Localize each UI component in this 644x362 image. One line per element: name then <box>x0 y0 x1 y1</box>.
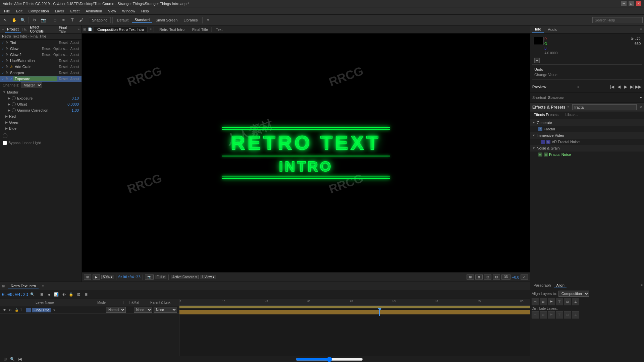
viewer-active-camera-btn[interactable]: Active Camera ▾ <box>171 275 199 279</box>
tl-goto-start-btn[interactable]: |◀ <box>17 356 23 362</box>
menu-view[interactable]: View <box>105 8 119 14</box>
tl-tab-retro[interactable]: Retro Text Intro <box>8 283 39 289</box>
minimize-button[interactable]: ─ <box>621 1 627 6</box>
dist-bottom-btn[interactable]: ⊥ <box>572 311 579 318</box>
viewer-transparency-btn[interactable]: ⊟ <box>493 275 500 280</box>
glow-options[interactable]: Options... <box>52 47 69 51</box>
glow-enabled[interactable]: ✓ <box>1 47 4 51</box>
viewer-views-btn[interactable]: 1 View ▾ <box>200 275 216 279</box>
layer-mode-select[interactable]: Normal <box>106 307 126 313</box>
timeline-comment-btn[interactable]: ⊟ <box>83 292 89 298</box>
align-right-btn[interactable]: ⊢ <box>548 298 555 305</box>
viewer-zoom-btn[interactable]: 50% ▾ <box>101 275 114 279</box>
timeline-search-btn[interactable]: 🔍 <box>30 292 36 298</box>
align-to-select[interactable]: Composition Selection <box>558 291 589 297</box>
blue-header[interactable]: ▶ Blue <box>0 125 82 131</box>
preview-back-btn[interactable]: ◀ <box>616 84 622 90</box>
menu-file[interactable]: File <box>1 8 13 14</box>
dist-center-h-btn[interactable]: ⊞ <box>540 311 547 318</box>
grain-enabled[interactable]: ✓ <box>1 65 4 69</box>
selection-tool[interactable]: ↖ <box>1 16 9 24</box>
change-value-item[interactable]: Change Value <box>534 72 640 77</box>
category-noise-header[interactable]: ▼ Noise & Grain <box>530 145 644 152</box>
snapping-button[interactable]: Snapping <box>89 17 111 23</box>
effects-presets-search[interactable] <box>572 104 637 110</box>
viewer-grid-btn[interactable]: ⊞ <box>467 275 474 280</box>
workspace-libraries[interactable]: Libraries <box>181 17 200 23</box>
align-bottom-btn[interactable]: ⊥ <box>572 298 579 305</box>
timeline-zoom-slider[interactable] <box>296 357 363 362</box>
exposure-prop-icon[interactable] <box>12 96 16 100</box>
rect-tool[interactable]: □ <box>51 16 59 24</box>
search-help-input[interactable] <box>592 17 643 23</box>
viewer-render-btn[interactable]: ▶ <box>93 275 100 280</box>
gamma-prop-value[interactable]: 1.00 <box>72 108 79 112</box>
red-header[interactable]: ▶ Red <box>0 113 82 119</box>
timeline-draft-btn[interactable]: ⊞ <box>39 292 45 298</box>
tint-about[interactable]: About <box>69 41 80 45</box>
viewer-roi-btn[interactable]: ⊡ <box>484 275 491 280</box>
offset-prop-value[interactable]: 0.0000 <box>67 102 79 106</box>
viewer-snap-btn[interactable]: ⊠ <box>475 275 483 280</box>
timeline-menu-btn[interactable]: ≡ <box>42 284 44 288</box>
viewer-camera-icon[interactable]: 📷 <box>145 275 154 280</box>
sharpen-about[interactable]: About <box>69 71 80 75</box>
huesat-enabled[interactable]: ✓ <box>1 59 4 63</box>
add-info-button[interactable]: + <box>534 58 540 63</box>
huesat-about[interactable]: About <box>69 59 80 63</box>
tab-effects-presets[interactable]: Effects Presets <box>530 112 562 119</box>
category-generate-header[interactable]: ▼ Generate <box>530 119 644 126</box>
workspace-small-screen[interactable]: Small Screen <box>153 17 180 23</box>
effect-exposure[interactable]: ✓ fx ✓ Exposure Reset About <box>0 76 82 82</box>
sharpen-enabled[interactable]: ✓ <box>1 71 4 75</box>
tint-enabled[interactable]: ✓ <box>1 41 4 45</box>
huesat-reset[interactable]: Reset <box>58 59 69 63</box>
menu-layer[interactable]: Layer <box>52 8 67 14</box>
exposure-reset[interactable]: Reset <box>58 77 69 81</box>
master-header[interactable]: ▼ Master <box>0 89 82 95</box>
dist-center-v-btn[interactable]: ⊟ <box>564 311 571 318</box>
viewer-time[interactable]: 0:00:04:23 <box>118 275 141 279</box>
bypass-checkbox[interactable] <box>3 141 7 145</box>
workspace-standard[interactable]: Standard <box>132 17 152 23</box>
tl-bottom-btn1[interactable]: ⊞ <box>2 356 8 362</box>
viewer-preview-btn[interactable]: ⊞ <box>84 275 91 280</box>
menu-edit[interactable]: Edit <box>13 8 25 14</box>
effects-presets-close-search[interactable]: ✕ <box>639 105 642 109</box>
paint-tool[interactable]: 🖌 <box>77 16 85 24</box>
tab-effect-controls[interactable]: Effect Controls <box>28 24 55 35</box>
effects-presets-menu[interactable]: ≡ <box>568 105 570 109</box>
preview-forward-btn[interactable]: ▶| <box>629 84 635 90</box>
circle-btn1[interactable] <box>3 133 7 138</box>
channels-select[interactable]: Master Red Green Blue <box>21 82 42 88</box>
tab-info[interactable]: Info <box>532 26 544 33</box>
item-vr-fractal-noise[interactable]: fx VR Fractal Noise <box>530 139 644 145</box>
align-panel-menu[interactable]: ≡ <box>641 283 643 288</box>
tab-paragraph[interactable]: Paragraph <box>532 283 553 288</box>
zoom-tool[interactable]: 🔍 <box>19 16 27 24</box>
glow2-enabled[interactable]: ✓ <box>1 53 4 57</box>
undo-item[interactable]: Undo <box>534 67 640 72</box>
comp-tab-menu[interactable]: ≡ <box>150 27 152 31</box>
tab-audio[interactable]: Audio <box>545 27 560 32</box>
layer-name[interactable]: Final Title <box>32 308 51 312</box>
timeline-hide-shy-btn[interactable]: 👁 <box>61 292 67 298</box>
tab-final-title-viewer[interactable]: Final Title <box>189 27 212 32</box>
exposure-enabled[interactable]: ✓ <box>1 77 4 81</box>
offset-prop-icon[interactable] <box>12 102 16 106</box>
timeline-motion-blur-btn[interactable]: ● <box>46 292 52 298</box>
grain-about[interactable]: About <box>69 65 80 69</box>
timeline-blank-btn[interactable]: ⊡ <box>75 292 82 298</box>
item-fractal-noise[interactable]: fx fx Fractal Noise <box>530 152 644 158</box>
menu-window[interactable]: Window <box>119 8 138 14</box>
preview-first-btn[interactable]: |◀ <box>609 84 615 90</box>
tint-reset[interactable]: Reset <box>58 41 69 45</box>
align-left-btn[interactable]: ⊣ <box>532 298 539 305</box>
menu-effect[interactable]: Effect <box>67 8 82 14</box>
item-fractal[interactable]: F Fractal <box>530 126 644 132</box>
layer-vis-btn[interactable]: 👁 <box>2 308 7 312</box>
menu-composition[interactable]: Composition <box>26 8 52 14</box>
sharpen-reset[interactable]: Reset <box>58 71 69 75</box>
glow-reset[interactable]: Reset <box>41 47 52 51</box>
close-button[interactable]: ✕ <box>636 1 641 6</box>
